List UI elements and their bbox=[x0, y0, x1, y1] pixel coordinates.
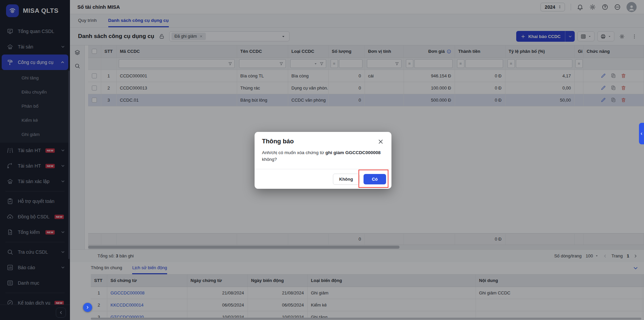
expand-rail-button[interactable] bbox=[83, 303, 92, 312]
close-icon[interactable] bbox=[377, 138, 384, 145]
dialog-message: Anh/chị có muốn xóa chứng từ ghi giảm GG… bbox=[255, 146, 391, 169]
confirm-delete-dialog: Thông báo Anh/chị có muốn xóa chứng từ g… bbox=[255, 132, 391, 189]
chevron-left-icon bbox=[640, 132, 643, 136]
voucher-number: ghi giảm GGCCDC000008 bbox=[325, 150, 380, 155]
dialog-title: Thông báo bbox=[262, 138, 294, 145]
dialog-footer: Không Có bbox=[255, 169, 391, 189]
no-button[interactable]: Không bbox=[333, 174, 359, 185]
yes-button[interactable]: Có bbox=[364, 174, 386, 184]
chevron-right-icon bbox=[85, 305, 90, 310]
misa-qlts-app: MISA QLTS Tổng quan CSDL Tài sản Công cụ… bbox=[0, 0, 644, 320]
dialog-header: Thông báo bbox=[255, 132, 391, 146]
right-panel-handle[interactable] bbox=[639, 123, 644, 144]
